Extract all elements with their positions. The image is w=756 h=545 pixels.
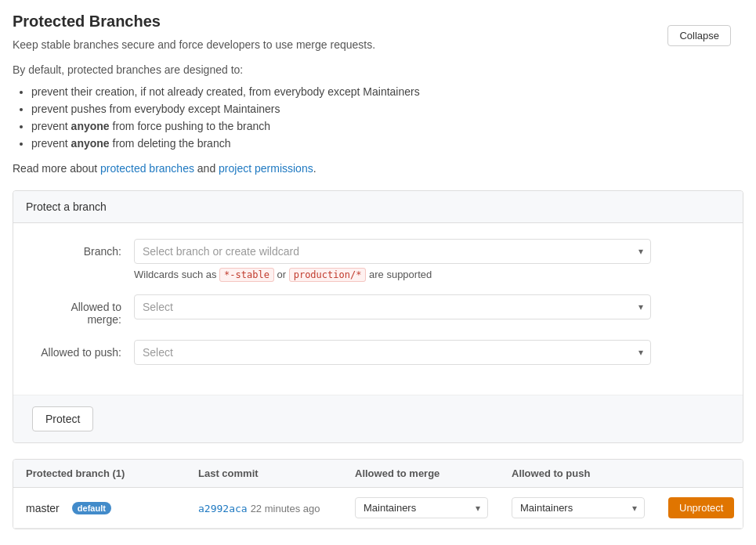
protect-button[interactable]: Protect [32,406,93,431]
bullet-list: prevent their creation, if not already c… [31,85,743,150]
panel-header: Protect a branch [13,191,743,223]
push-label: Allowed to push: [32,340,134,359]
col-push-header: Allowed to push [512,467,668,479]
merge-label: Allowed to merge: [32,294,134,326]
merge-select[interactable]: Select [134,294,651,319]
push-select-wrapper: Select ▾ [134,340,651,365]
push-row: Allowed to push: Select ▾ [32,340,724,365]
branch-label: Branch: [32,239,134,258]
bullet-item-1: prevent their creation, if not already c… [31,85,743,98]
protected-branches-link[interactable]: protected branches [100,162,194,175]
commit-link[interactable]: a2992aca [198,503,248,514]
col-commit-header: Last commit [198,467,355,479]
bullet-item-2: prevent pushes from everybody except Mai… [31,103,743,115]
push-select[interactable]: Select [134,340,651,365]
col-merge-header: Allowed to merge [355,467,512,479]
page-title: Protected Branches [13,13,743,31]
merge-cell: Maintainers ▾ [355,497,512,518]
default-badge: default [72,502,111,514]
commit-cell: a2992aca22 minutes ago [198,502,355,514]
merge-table-select-wrapper: Maintainers ▾ [355,497,488,518]
bullet-item-4: prevent anyone from deleting the branch [31,137,743,150]
wildcard-example2: production/* [289,268,367,282]
merge-field: Select ▾ [134,294,724,319]
commit-time: 22 minutes ago [251,503,320,514]
branch-name: master [26,502,60,514]
project-permissions-link[interactable]: project permissions [219,162,313,175]
page-subtitle: Keep stable branches secure and force de… [13,38,743,51]
panel-body: Branch: Select branch or create wildcard… [13,223,743,395]
collapse-button[interactable]: Collapse [667,25,731,46]
merge-table-select[interactable]: Maintainers [355,497,488,518]
branch-select[interactable]: Select branch or create wildcard [134,239,651,264]
panel-footer: Protect [13,395,743,442]
protected-branches-table: Protected branch (1) Last commit Allowed… [13,459,743,529]
table-row: master default a2992aca22 minutes ago Ma… [13,488,743,529]
branch-select-wrapper: Select branch or create wildcard ▾ [134,239,651,264]
description-intro: By default, protected branches are desig… [13,63,743,76]
col-action-header [668,467,730,479]
table-header: Protected branch (1) Last commit Allowed… [13,460,743,488]
bullet-item-3: prevent anyone from force pushing to the… [31,120,743,132]
action-cell: Unprotect [668,497,734,518]
unprotect-button[interactable]: Unprotect [668,497,734,518]
push-table-select[interactable]: Maintainers [512,497,645,518]
branch-cell: master default [26,502,198,514]
col-branch-header: Protected branch (1) [26,467,198,479]
wildcard-example1: *-stable [219,268,274,282]
branch-row: Branch: Select branch or create wildcard… [32,239,724,280]
push-table-select-wrapper: Maintainers ▾ [512,497,645,518]
push-cell: Maintainers ▾ [512,497,668,518]
read-more: Read more about protected branches and p… [13,162,743,175]
push-field: Select ▾ [134,340,724,365]
merge-select-wrapper: Select ▾ [134,294,651,319]
wildcard-hint: Wildcards such as *-stable or production… [134,269,724,280]
merge-row: Allowed to merge: Select ▾ [32,294,724,326]
protect-branch-panel: Protect a branch Branch: Select branch o… [13,190,743,443]
branch-field: Select branch or create wildcard ▾ Wildc… [134,239,724,280]
